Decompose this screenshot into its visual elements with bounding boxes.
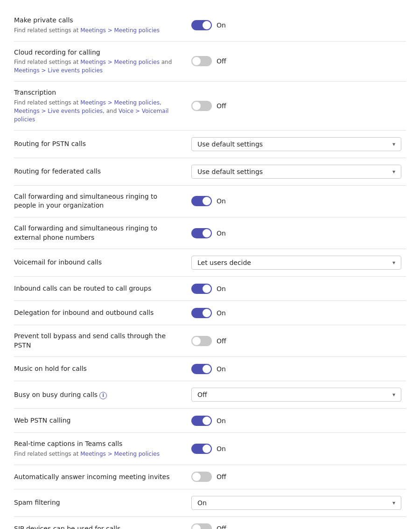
label-realtime-captions: Real-time captions in Teams calls <box>14 439 173 449</box>
label-group-web-pstn: Web PSTN calling <box>14 416 182 425</box>
dropdown-spam-filtering[interactable]: On▾ <box>191 496 401 510</box>
label-make-private-calls: Make private calls <box>14 16 173 25</box>
toggle-call-forwarding-external[interactable] <box>191 228 212 238</box>
label-group-prevent-toll-bypass: Prevent toll bypass and send calls throu… <box>14 332 182 350</box>
toggle-slider-call-forwarding-external <box>191 228 212 238</box>
setting-row-routing-pstn: Routing for PSTN callsUse default settin… <box>14 131 406 158</box>
toggle-slider-call-forwarding-org <box>191 196 212 206</box>
control-call-forwarding-external: On <box>191 228 406 238</box>
link-cloud-recording[interactable]: Meetings > Live events policies <box>14 67 103 74</box>
chevron-down-icon: ▾ <box>392 391 395 398</box>
label-group-call-forwarding-external: Call forwarding and simultaneous ringing… <box>14 224 182 242</box>
control-routing-pstn: Use default settings▾ <box>191 137 406 151</box>
setting-row-delegation: Delegation for inbound and outbound call… <box>14 301 406 325</box>
toggle-music-on-hold[interactable] <box>191 364 212 374</box>
control-spam-filtering: On▾ <box>191 496 406 510</box>
control-busy-on-busy: Off▾ <box>191 388 406 402</box>
label-group-inbound-call-groups: Inbound calls can be routed to call grou… <box>14 284 182 293</box>
label-group-spam-filtering: Spam filtering <box>14 498 182 508</box>
dropdown-value-routing-pstn: Use default settings <box>197 140 263 148</box>
setting-row-transcription: TranscriptionFind related settings at Me… <box>14 82 406 131</box>
label-inbound-call-groups: Inbound calls can be routed to call grou… <box>14 284 173 293</box>
link-transcription[interactable]: Meetings > Meeting policies <box>80 99 160 106</box>
dropdown-value-spam-filtering: On <box>197 499 207 507</box>
label-group-sip-devices: SIP devices can be used for calls <box>14 524 182 529</box>
label-call-forwarding-external: Call forwarding and simultaneous ringing… <box>14 224 173 242</box>
control-prevent-toll-bypass: Off <box>191 336 406 346</box>
label-group-transcription: TranscriptionFind related settings at Me… <box>14 88 182 124</box>
setting-row-music-on-hold: Music on hold for callsOn <box>14 357 406 381</box>
toggle-cloud-recording[interactable] <box>191 56 212 66</box>
dropdown-routing-federated[interactable]: Use default settings▾ <box>191 165 401 179</box>
dropdown-voicemail-inbound[interactable]: Let users decide▾ <box>191 256 401 270</box>
link-cloud-recording[interactable]: Meetings > Meeting policies <box>80 59 160 65</box>
label-call-forwarding-org: Call forwarding and simultaneous ringing… <box>14 192 173 210</box>
label-group-auto-answer-invites: Automatically answer incoming meeting in… <box>14 473 182 482</box>
label-group-voicemail-inbound: Voicemail for inbound calls <box>14 258 182 267</box>
control-inbound-call-groups: On <box>191 284 406 294</box>
toggle-transcription[interactable] <box>191 101 212 111</box>
label-spam-filtering: Spam filtering <box>14 498 173 508</box>
settings-list: Make private callsFind related settings … <box>14 9 406 529</box>
dropdown-busy-on-busy[interactable]: Off▾ <box>191 388 401 402</box>
control-realtime-captions: On <box>191 444 406 454</box>
toggle-call-forwarding-org[interactable] <box>191 196 212 206</box>
setting-row-sip-devices: SIP devices can be used for callsOff <box>14 517 406 529</box>
toggle-label-music-on-hold: On <box>217 365 226 373</box>
label-music-on-hold: Music on hold for calls <box>14 364 173 374</box>
setting-row-cloud-recording: Cloud recording for callingFind related … <box>14 42 406 82</box>
sublabel-make-private-calls: Find related settings at Meetings > Meet… <box>14 26 173 35</box>
label-transcription: Transcription <box>14 88 173 97</box>
dropdown-value-routing-federated: Use default settings <box>197 168 263 175</box>
toggle-make-private-calls[interactable] <box>191 20 212 30</box>
link-make-private-calls[interactable]: Meetings > Meeting policies <box>80 27 160 34</box>
setting-row-call-forwarding-org: Call forwarding and simultaneous ringing… <box>14 186 406 217</box>
toggle-label-sip-devices: Off <box>217 525 226 529</box>
label-delegation: Delegation for inbound and outbound call… <box>14 308 173 318</box>
control-routing-federated: Use default settings▾ <box>191 165 406 179</box>
toggle-prevent-toll-bypass[interactable] <box>191 336 212 346</box>
toggle-slider-prevent-toll-bypass <box>191 336 212 346</box>
toggle-slider-web-pstn <box>191 416 212 426</box>
label-routing-federated: Routing for federated calls <box>14 167 173 176</box>
toggle-slider-realtime-captions <box>191 444 212 454</box>
info-icon[interactable]: i <box>99 392 107 399</box>
control-web-pstn: On <box>191 416 406 426</box>
label-group-music-on-hold: Music on hold for calls <box>14 364 182 374</box>
toggle-slider-cloud-recording <box>191 56 212 66</box>
dropdown-routing-pstn[interactable]: Use default settings▾ <box>191 137 401 151</box>
setting-row-spam-filtering: Spam filteringOn▾ <box>14 489 406 517</box>
label-voicemail-inbound: Voicemail for inbound calls <box>14 258 173 267</box>
toggle-realtime-captions[interactable] <box>191 444 212 454</box>
toggle-label-transcription: Off <box>217 102 226 110</box>
setting-row-auto-answer-invites: Automatically answer incoming meeting in… <box>14 465 406 489</box>
control-make-private-calls: On <box>191 20 406 30</box>
label-prevent-toll-bypass: Prevent toll bypass and send calls throu… <box>14 332 173 350</box>
chevron-down-icon: ▾ <box>392 500 395 506</box>
toggle-slider-music-on-hold <box>191 364 212 374</box>
setting-row-voicemail-inbound: Voicemail for inbound callsLet users dec… <box>14 249 406 277</box>
label-group-delegation: Delegation for inbound and outbound call… <box>14 308 182 318</box>
toggle-web-pstn[interactable] <box>191 416 212 426</box>
toggle-delegation[interactable] <box>191 308 212 318</box>
toggle-sip-devices[interactable] <box>191 523 212 529</box>
toggle-label-call-forwarding-external: On <box>217 230 226 237</box>
toggle-label-cloud-recording: Off <box>217 57 226 65</box>
toggle-slider-make-private-calls <box>191 20 212 30</box>
toggle-auto-answer-invites[interactable] <box>191 472 212 482</box>
setting-row-call-forwarding-external: Call forwarding and simultaneous ringing… <box>14 217 406 249</box>
sublabel-realtime-captions: Find related settings at Meetings > Meet… <box>14 450 173 458</box>
toggle-inbound-call-groups[interactable] <box>191 284 212 294</box>
control-auto-answer-invites: Off <box>191 472 406 482</box>
toggle-label-realtime-captions: On <box>217 445 226 452</box>
dropdown-value-busy-on-busy: Off <box>197 391 207 398</box>
setting-row-busy-on-busy: Busy on busy during callsiOff▾ <box>14 381 406 409</box>
label-sip-devices: SIP devices can be used for calls <box>14 524 173 529</box>
toggle-label-prevent-toll-bypass: Off <box>217 337 226 345</box>
dropdown-value-voicemail-inbound: Let users decide <box>197 259 251 266</box>
toggle-label-auto-answer-invites: Off <box>217 473 226 480</box>
setting-row-web-pstn: Web PSTN callingOn <box>14 409 406 433</box>
link-realtime-captions[interactable]: Meetings > Meeting policies <box>80 451 160 457</box>
sublabel-transcription: Find related settings at Meetings > Meet… <box>14 98 173 124</box>
link-transcription[interactable]: Meetings > Live events policies <box>14 108 103 114</box>
